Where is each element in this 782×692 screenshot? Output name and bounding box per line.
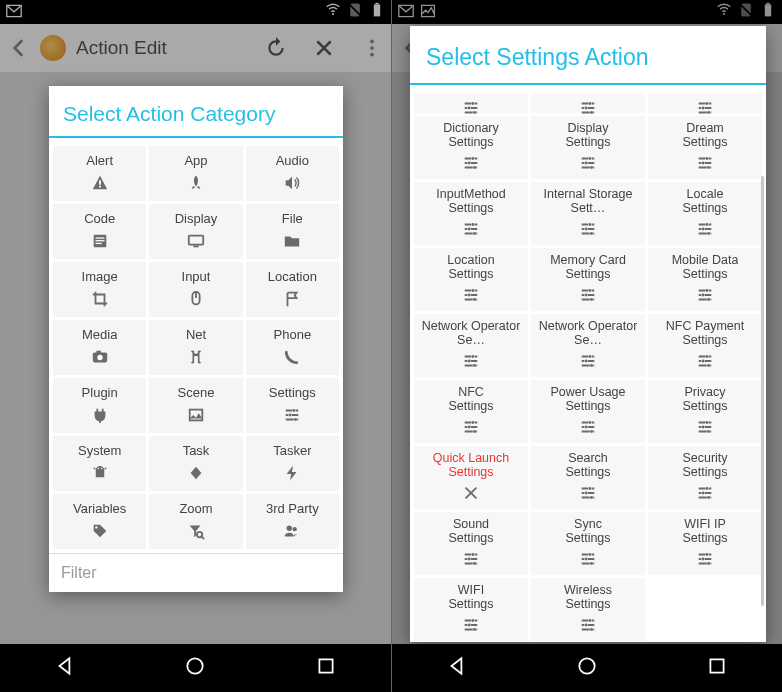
sliders-icon bbox=[578, 549, 598, 569]
category-plugin[interactable]: Plugin bbox=[53, 378, 146, 433]
nav-recent-button[interactable] bbox=[706, 655, 728, 681]
diamond-icon bbox=[186, 463, 206, 483]
dialog-title: Select Action Category bbox=[49, 86, 343, 138]
picture-icon bbox=[186, 405, 206, 425]
settings-item-nfc-payment-settings[interactable]: NFC PaymentSettings bbox=[648, 314, 762, 377]
settings-item-security-settings[interactable]: SecuritySettings bbox=[648, 446, 762, 509]
settings-item-label: Network OperatorSe… bbox=[539, 320, 638, 348]
sliders-icon bbox=[461, 615, 481, 635]
category-display[interactable]: Display bbox=[149, 204, 242, 259]
category-media[interactable]: Media bbox=[53, 320, 146, 375]
sliders-icon bbox=[695, 483, 715, 503]
category-scene[interactable]: Scene bbox=[149, 378, 242, 433]
flag-icon bbox=[282, 289, 302, 309]
category-input[interactable]: Input bbox=[149, 262, 242, 317]
category-label: Image bbox=[82, 270, 118, 284]
code-icon bbox=[90, 231, 110, 251]
sliders-icon bbox=[695, 417, 715, 437]
settings-item-label: InputMethodSettings bbox=[436, 188, 506, 216]
settings-item-network-operator-se-[interactable]: Network OperatorSe… bbox=[414, 314, 528, 377]
settings-item-sync-settings[interactable]: SyncSettings bbox=[531, 512, 645, 575]
mouse-icon bbox=[186, 289, 206, 309]
category-location[interactable]: Location bbox=[246, 262, 339, 317]
category-task[interactable]: Task bbox=[149, 436, 242, 491]
category-zoom[interactable]: Zoom bbox=[149, 494, 242, 549]
settings-item-partial[interactable] bbox=[414, 93, 528, 113]
sliders-icon bbox=[578, 483, 598, 503]
settings-item-display-settings[interactable]: DisplaySettings bbox=[531, 116, 645, 179]
category-variables[interactable]: Variables bbox=[53, 494, 146, 549]
settings-item-wireless-settings[interactable]: WirelessSettings bbox=[531, 578, 645, 641]
nav-back-button[interactable] bbox=[446, 655, 468, 681]
category-code[interactable]: Code bbox=[53, 204, 146, 259]
nav-bar bbox=[392, 644, 782, 692]
settings-item-internal-storage-sett-[interactable]: Internal StorageSett… bbox=[531, 182, 645, 245]
category-tasker[interactable]: Tasker bbox=[246, 436, 339, 491]
settings-item-label: PrivacySettings bbox=[682, 386, 727, 414]
nav-home-button[interactable] bbox=[576, 655, 598, 681]
camera-icon bbox=[90, 347, 110, 367]
settings-item-label: DreamSettings bbox=[682, 122, 727, 150]
category-audio[interactable]: Audio bbox=[246, 146, 339, 201]
settings-item-label: Memory CardSettings bbox=[550, 254, 626, 282]
settings-item-label: Network OperatorSe… bbox=[422, 320, 521, 348]
settings-item-location-settings[interactable]: LocationSettings bbox=[414, 248, 528, 311]
category-net[interactable]: Net bbox=[149, 320, 242, 375]
nav-back-button[interactable] bbox=[54, 655, 76, 681]
settings-item-nfc-settings[interactable]: NFCSettings bbox=[414, 380, 528, 443]
category-label: Code bbox=[84, 212, 115, 226]
settings-item-sound-settings[interactable]: SoundSettings bbox=[414, 512, 528, 575]
category-label: System bbox=[78, 444, 121, 458]
settings-item-wifi-settings[interactable]: WIFISettings bbox=[414, 578, 528, 641]
settings-item-power-usage-settings[interactable]: Power UsageSettings bbox=[531, 380, 645, 443]
category-label: Location bbox=[268, 270, 317, 284]
settings-item-quick-launch-settings[interactable]: Quick LaunchSettings bbox=[414, 446, 528, 509]
zoom-icon bbox=[186, 521, 206, 541]
category-settings[interactable]: Settings bbox=[246, 378, 339, 433]
settings-action-grid[interactable]: DictionarySettingsDisplaySettingsDreamSe… bbox=[410, 89, 766, 642]
settings-item-label: WIFISettings bbox=[448, 584, 493, 612]
filter-input[interactable]: Filter bbox=[49, 553, 343, 592]
category-file[interactable]: File bbox=[246, 204, 339, 259]
settings-item-label: DisplaySettings bbox=[565, 122, 610, 150]
category-label: Tasker bbox=[273, 444, 311, 458]
settings-item-partial[interactable] bbox=[531, 93, 645, 113]
settings-item-partial[interactable] bbox=[648, 93, 762, 113]
settings-item-dream-settings[interactable]: DreamSettings bbox=[648, 116, 762, 179]
nav-recent-button[interactable] bbox=[315, 655, 337, 681]
settings-item-network-operator-se-[interactable]: Network OperatorSe… bbox=[531, 314, 645, 377]
sliders-icon bbox=[461, 285, 481, 305]
select-settings-action-dialog: Select Settings Action DictionarySetting… bbox=[410, 26, 766, 642]
settings-item-privacy-settings[interactable]: PrivacySettings bbox=[648, 380, 762, 443]
category-3rd-party[interactable]: 3rd Party bbox=[246, 494, 339, 549]
settings-item-inputmethod-settings[interactable]: InputMethodSettings bbox=[414, 182, 528, 245]
settings-item-locale-settings[interactable]: LocaleSettings bbox=[648, 182, 762, 245]
category-app[interactable]: App bbox=[149, 146, 242, 201]
category-label: App bbox=[184, 154, 207, 168]
settings-item-search-settings[interactable]: SearchSettings bbox=[531, 446, 645, 509]
scrollbar[interactable] bbox=[761, 176, 764, 606]
sliders-icon bbox=[461, 153, 481, 173]
sliders-icon bbox=[578, 615, 598, 635]
settings-item-label: Internal StorageSett… bbox=[544, 188, 633, 216]
rocket-icon bbox=[186, 173, 206, 193]
audio-icon bbox=[282, 173, 302, 193]
settings-item-wifi-ip-settings[interactable]: WIFI IPSettings bbox=[648, 512, 762, 575]
settings-item-mobile-data-settings[interactable]: Mobile DataSettings bbox=[648, 248, 762, 311]
sliders-icon bbox=[695, 99, 715, 117]
category-alert[interactable]: Alert bbox=[53, 146, 146, 201]
crop-icon bbox=[90, 289, 110, 309]
category-system[interactable]: System bbox=[53, 436, 146, 491]
nav-home-button[interactable] bbox=[184, 655, 206, 681]
sliders-icon bbox=[578, 219, 598, 239]
category-label: Audio bbox=[276, 154, 309, 168]
settings-item-dictionary-settings[interactable]: DictionarySettings bbox=[414, 116, 528, 179]
category-label: Alert bbox=[86, 154, 113, 168]
sliders-icon bbox=[461, 351, 481, 371]
settings-item-memory-card-settings[interactable]: Memory CardSettings bbox=[531, 248, 645, 311]
category-image[interactable]: Image bbox=[53, 262, 146, 317]
category-label: File bbox=[282, 212, 303, 226]
category-phone[interactable]: Phone bbox=[246, 320, 339, 375]
settings-item-label: DictionarySettings bbox=[443, 122, 499, 150]
phone-icon bbox=[282, 347, 302, 367]
